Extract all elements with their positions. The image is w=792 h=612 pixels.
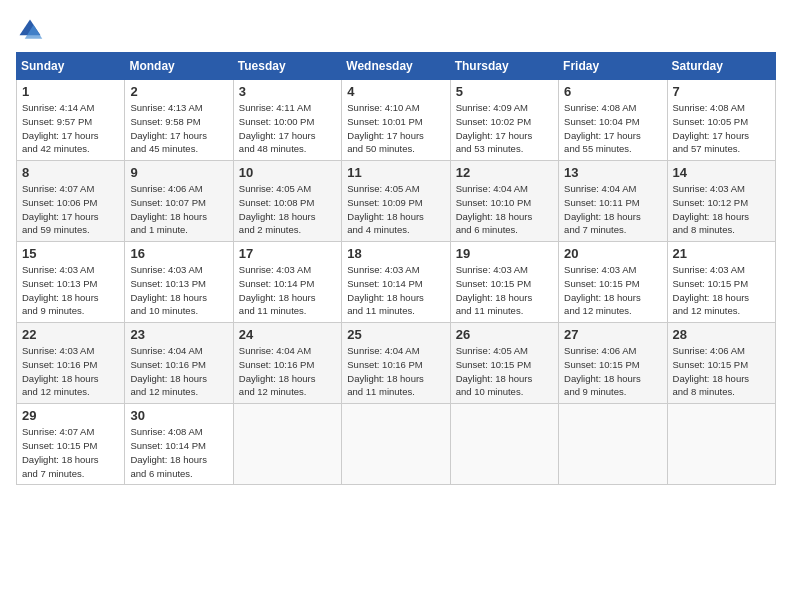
- calendar-cell: 5Sunrise: 4:09 AM Sunset: 10:02 PM Dayli…: [450, 80, 558, 161]
- day-info: Sunrise: 4:05 AM Sunset: 10:08 PM Daylig…: [239, 182, 336, 237]
- calendar-cell: 28Sunrise: 4:06 AM Sunset: 10:15 PM Dayl…: [667, 323, 775, 404]
- day-number: 28: [673, 327, 770, 342]
- calendar-week-4: 22Sunrise: 4:03 AM Sunset: 10:16 PM Dayl…: [17, 323, 776, 404]
- calendar-cell: 10Sunrise: 4:05 AM Sunset: 10:08 PM Dayl…: [233, 161, 341, 242]
- day-number: 26: [456, 327, 553, 342]
- calendar-cell: 3Sunrise: 4:11 AM Sunset: 10:00 PM Dayli…: [233, 80, 341, 161]
- day-info: Sunrise: 4:04 AM Sunset: 10:16 PM Daylig…: [239, 344, 336, 399]
- logo-icon: [16, 16, 44, 44]
- day-info: Sunrise: 4:08 AM Sunset: 10:04 PM Daylig…: [564, 101, 661, 156]
- day-number: 4: [347, 84, 444, 99]
- day-number: 16: [130, 246, 227, 261]
- day-info: Sunrise: 4:08 AM Sunset: 10:14 PM Daylig…: [130, 425, 227, 480]
- day-number: 27: [564, 327, 661, 342]
- day-info: Sunrise: 4:03 AM Sunset: 10:12 PM Daylig…: [673, 182, 770, 237]
- day-number: 29: [22, 408, 119, 423]
- day-number: 21: [673, 246, 770, 261]
- day-number: 11: [347, 165, 444, 180]
- day-info: Sunrise: 4:11 AM Sunset: 10:00 PM Daylig…: [239, 101, 336, 156]
- calendar-cell: 8Sunrise: 4:07 AM Sunset: 10:06 PM Dayli…: [17, 161, 125, 242]
- calendar-cell: 27Sunrise: 4:06 AM Sunset: 10:15 PM Dayl…: [559, 323, 667, 404]
- day-info: Sunrise: 4:07 AM Sunset: 10:15 PM Daylig…: [22, 425, 119, 480]
- calendar-cell: 17Sunrise: 4:03 AM Sunset: 10:14 PM Dayl…: [233, 242, 341, 323]
- day-number: 12: [456, 165, 553, 180]
- day-number: 22: [22, 327, 119, 342]
- weekday-header-monday: Monday: [125, 53, 233, 80]
- day-number: 25: [347, 327, 444, 342]
- day-number: 2: [130, 84, 227, 99]
- calendar-cell: 11Sunrise: 4:05 AM Sunset: 10:09 PM Dayl…: [342, 161, 450, 242]
- day-number: 8: [22, 165, 119, 180]
- calendar-cell: 12Sunrise: 4:04 AM Sunset: 10:10 PM Dayl…: [450, 161, 558, 242]
- calendar-cell: 30Sunrise: 4:08 AM Sunset: 10:14 PM Dayl…: [125, 404, 233, 485]
- day-number: 1: [22, 84, 119, 99]
- calendar-cell: [342, 404, 450, 485]
- day-info: Sunrise: 4:03 AM Sunset: 10:13 PM Daylig…: [22, 263, 119, 318]
- day-info: Sunrise: 4:03 AM Sunset: 10:15 PM Daylig…: [564, 263, 661, 318]
- day-info: Sunrise: 4:03 AM Sunset: 10:16 PM Daylig…: [22, 344, 119, 399]
- day-info: Sunrise: 4:03 AM Sunset: 10:13 PM Daylig…: [130, 263, 227, 318]
- calendar-week-1: 1Sunrise: 4:14 AM Sunset: 9:57 PM Daylig…: [17, 80, 776, 161]
- calendar-cell: 1Sunrise: 4:14 AM Sunset: 9:57 PM Daylig…: [17, 80, 125, 161]
- calendar-cell: 9Sunrise: 4:06 AM Sunset: 10:07 PM Dayli…: [125, 161, 233, 242]
- calendar-cell: [667, 404, 775, 485]
- calendar-cell: 13Sunrise: 4:04 AM Sunset: 10:11 PM Dayl…: [559, 161, 667, 242]
- logo: [16, 16, 48, 44]
- weekday-header-row: SundayMondayTuesdayWednesdayThursdayFrid…: [17, 53, 776, 80]
- day-number: 15: [22, 246, 119, 261]
- calendar-cell: 23Sunrise: 4:04 AM Sunset: 10:16 PM Dayl…: [125, 323, 233, 404]
- day-info: Sunrise: 4:06 AM Sunset: 10:15 PM Daylig…: [564, 344, 661, 399]
- calendar-cell: 22Sunrise: 4:03 AM Sunset: 10:16 PM Dayl…: [17, 323, 125, 404]
- calendar-cell: 2Sunrise: 4:13 AM Sunset: 9:58 PM Daylig…: [125, 80, 233, 161]
- day-info: Sunrise: 4:03 AM Sunset: 10:15 PM Daylig…: [456, 263, 553, 318]
- day-info: Sunrise: 4:04 AM Sunset: 10:11 PM Daylig…: [564, 182, 661, 237]
- calendar-table: SundayMondayTuesdayWednesdayThursdayFrid…: [16, 52, 776, 485]
- calendar-cell: 7Sunrise: 4:08 AM Sunset: 10:05 PM Dayli…: [667, 80, 775, 161]
- calendar-cell: 14Sunrise: 4:03 AM Sunset: 10:12 PM Dayl…: [667, 161, 775, 242]
- calendar-cell: 15Sunrise: 4:03 AM Sunset: 10:13 PM Dayl…: [17, 242, 125, 323]
- day-info: Sunrise: 4:03 AM Sunset: 10:14 PM Daylig…: [347, 263, 444, 318]
- day-info: Sunrise: 4:13 AM Sunset: 9:58 PM Dayligh…: [130, 101, 227, 156]
- day-info: Sunrise: 4:05 AM Sunset: 10:15 PM Daylig…: [456, 344, 553, 399]
- day-number: 18: [347, 246, 444, 261]
- calendar-cell: 4Sunrise: 4:10 AM Sunset: 10:01 PM Dayli…: [342, 80, 450, 161]
- page-header: [16, 16, 776, 44]
- weekday-header-tuesday: Tuesday: [233, 53, 341, 80]
- day-number: 10: [239, 165, 336, 180]
- calendar-cell: [450, 404, 558, 485]
- day-info: Sunrise: 4:04 AM Sunset: 10:16 PM Daylig…: [130, 344, 227, 399]
- day-number: 13: [564, 165, 661, 180]
- calendar-cell: 25Sunrise: 4:04 AM Sunset: 10:16 PM Dayl…: [342, 323, 450, 404]
- day-info: Sunrise: 4:10 AM Sunset: 10:01 PM Daylig…: [347, 101, 444, 156]
- calendar-cell: 19Sunrise: 4:03 AM Sunset: 10:15 PM Dayl…: [450, 242, 558, 323]
- weekday-header-sunday: Sunday: [17, 53, 125, 80]
- weekday-header-saturday: Saturday: [667, 53, 775, 80]
- day-number: 7: [673, 84, 770, 99]
- calendar-cell: [233, 404, 341, 485]
- day-info: Sunrise: 4:05 AM Sunset: 10:09 PM Daylig…: [347, 182, 444, 237]
- day-number: 5: [456, 84, 553, 99]
- calendar-cell: 20Sunrise: 4:03 AM Sunset: 10:15 PM Dayl…: [559, 242, 667, 323]
- day-number: 30: [130, 408, 227, 423]
- day-info: Sunrise: 4:06 AM Sunset: 10:15 PM Daylig…: [673, 344, 770, 399]
- calendar-cell: 21Sunrise: 4:03 AM Sunset: 10:15 PM Dayl…: [667, 242, 775, 323]
- day-number: 23: [130, 327, 227, 342]
- day-info: Sunrise: 4:09 AM Sunset: 10:02 PM Daylig…: [456, 101, 553, 156]
- day-number: 6: [564, 84, 661, 99]
- day-number: 20: [564, 246, 661, 261]
- calendar-week-3: 15Sunrise: 4:03 AM Sunset: 10:13 PM Dayl…: [17, 242, 776, 323]
- day-info: Sunrise: 4:06 AM Sunset: 10:07 PM Daylig…: [130, 182, 227, 237]
- weekday-header-friday: Friday: [559, 53, 667, 80]
- day-info: Sunrise: 4:08 AM Sunset: 10:05 PM Daylig…: [673, 101, 770, 156]
- day-info: Sunrise: 4:07 AM Sunset: 10:06 PM Daylig…: [22, 182, 119, 237]
- day-number: 17: [239, 246, 336, 261]
- day-number: 19: [456, 246, 553, 261]
- day-info: Sunrise: 4:03 AM Sunset: 10:14 PM Daylig…: [239, 263, 336, 318]
- calendar-week-5: 29Sunrise: 4:07 AM Sunset: 10:15 PM Dayl…: [17, 404, 776, 485]
- day-info: Sunrise: 4:03 AM Sunset: 10:15 PM Daylig…: [673, 263, 770, 318]
- day-info: Sunrise: 4:04 AM Sunset: 10:10 PM Daylig…: [456, 182, 553, 237]
- weekday-header-wednesday: Wednesday: [342, 53, 450, 80]
- day-info: Sunrise: 4:04 AM Sunset: 10:16 PM Daylig…: [347, 344, 444, 399]
- calendar-cell: 6Sunrise: 4:08 AM Sunset: 10:04 PM Dayli…: [559, 80, 667, 161]
- day-number: 3: [239, 84, 336, 99]
